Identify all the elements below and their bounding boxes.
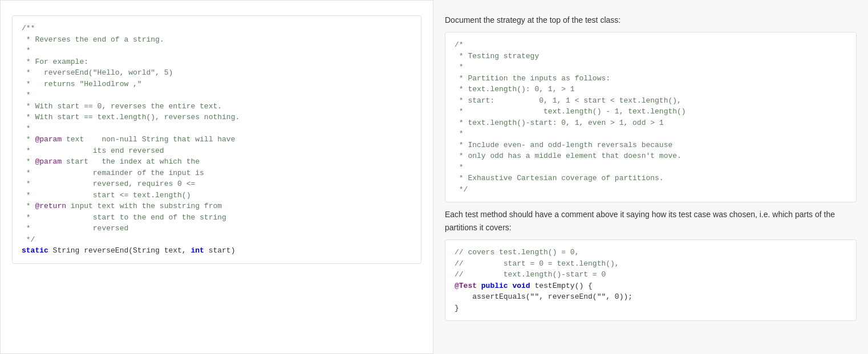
each-test-text: Each test method should have a comment a… [445, 208, 857, 234]
left-panel: /** * Reverses the end of a string. * * … [0, 0, 433, 354]
strategy-pre: /* * Testing strategy * * Partition the … [455, 39, 847, 195]
intro-text: Document the strategy at the top of the … [445, 14, 857, 26]
example-code-block: // covers test.length() = 0,// start = 0… [445, 239, 857, 321]
right-panel: Document the strategy at the top of the … [433, 0, 868, 354]
left-code-block: /** * Reverses the end of a string. * * … [12, 15, 421, 264]
strategy-code-block: /* * Testing strategy * * Partition the … [445, 32, 857, 202]
example-pre: // covers test.length() = 0,// start = 0… [455, 247, 847, 314]
left-code-pre: /** * Reverses the end of a string. * * … [22, 23, 412, 257]
